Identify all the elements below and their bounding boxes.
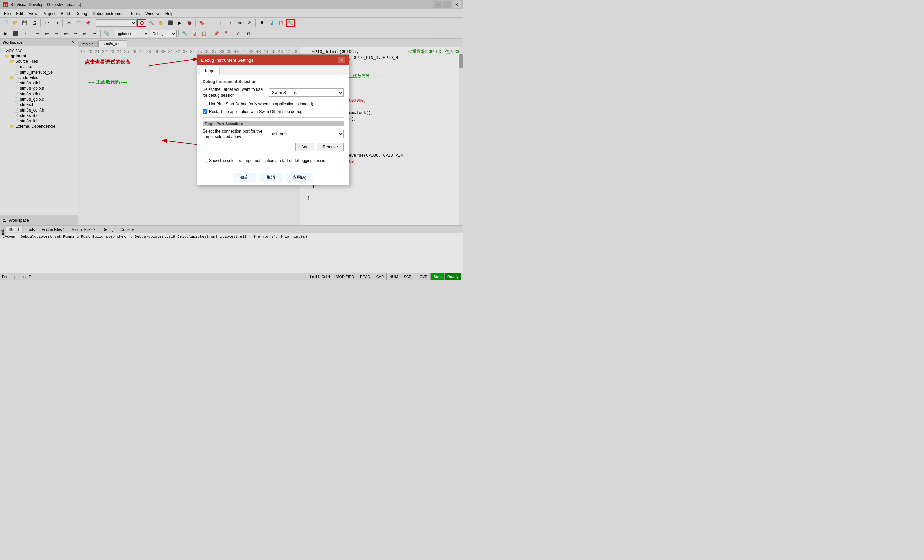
dialog-checkbox2-label: Restart the application with Swim Off on… xyxy=(209,109,302,114)
dialog-remove-btn[interactable]: Remove xyxy=(317,143,344,151)
dialog-checkbox2-row: Restart the application with Swim Off on… xyxy=(202,109,344,114)
dialog-apply-btn[interactable]: 应用(A) xyxy=(286,173,314,182)
dialog-overlay: Debug Instrument Settings ✕ Target Debug… xyxy=(0,0,464,280)
dialog-port-select[interactable]: usb://usb xyxy=(269,130,344,138)
dialog-checkbox1-label: Hot Plug Start Debug (only when no appli… xyxy=(209,102,314,106)
debug-instrument-dialog: Debug Instrument Settings ✕ Target Debug… xyxy=(197,54,350,185)
dialog-checkbox1-row: Hot Plug Start Debug (only when no appli… xyxy=(202,102,344,106)
dialog-section1-title: Debug Instrument Selection: xyxy=(202,79,344,84)
dialog-instrument-row: Select the Target you want to use for de… xyxy=(202,87,344,98)
dialog-footer: 确定 取消 应用(A) xyxy=(197,170,349,185)
dialog-tabs-bar: Target xyxy=(197,66,349,75)
dialog-ok-btn[interactable]: 确定 xyxy=(233,173,256,182)
dialog-checkbox3-label: Show the selected target notification at… xyxy=(209,158,325,163)
dialog-divider1 xyxy=(202,117,344,118)
dialog-instrument-label: Select the Target you want to use for de… xyxy=(202,87,266,98)
dialog-close-btn[interactable]: ✕ xyxy=(338,57,345,63)
dialog-checkbox3-row: Show the selected target notification at… xyxy=(202,158,344,163)
dialog-add-btn[interactable]: Add xyxy=(296,143,314,151)
dialog-body: Debug Instrument Selection: Select the T… xyxy=(197,75,349,170)
dialog-port-label: Select the connection port for the Targe… xyxy=(202,129,266,140)
dialog-tab-target[interactable]: Target xyxy=(200,67,220,75)
dialog-section2-title: Target Port Selection: xyxy=(202,121,344,126)
dialog-instrument-select[interactable]: Swim ST-Link xyxy=(269,88,344,97)
dialog-title-text: Debug Instrument Settings xyxy=(201,58,254,63)
dialog-add-remove-row: Add Remove xyxy=(202,143,344,151)
dialog-checkbox3[interactable] xyxy=(202,159,207,163)
dialog-divider2 xyxy=(202,154,344,155)
dialog-checkbox2[interactable] xyxy=(202,109,207,114)
dialog-checkbox1[interactable] xyxy=(202,102,207,106)
dialog-cancel-btn[interactable]: 取消 xyxy=(259,173,283,182)
dialog-titlebar: Debug Instrument Settings ✕ xyxy=(197,55,349,66)
dialog-port-row: Select the connection port for the Targe… xyxy=(202,129,344,140)
